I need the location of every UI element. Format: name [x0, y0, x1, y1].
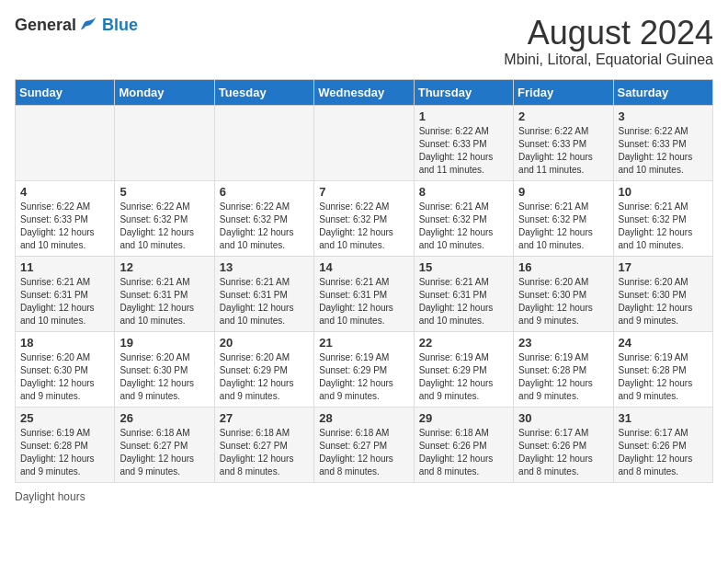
day-detail: Sunrise: 6:17 AM Sunset: 6:26 PM Dayligh… — [518, 427, 608, 478]
week-row-4: 25Sunrise: 6:19 AM Sunset: 6:28 PM Dayli… — [16, 407, 713, 482]
week-row-1: 4Sunrise: 6:22 AM Sunset: 6:33 PM Daylig… — [16, 180, 713, 256]
week-row-2: 11Sunrise: 6:21 AM Sunset: 6:31 PM Dayli… — [16, 256, 713, 331]
footer-text: Daylight hours — [15, 490, 85, 503]
header-day-saturday: Saturday — [613, 79, 712, 105]
calendar-cell: 30Sunrise: 6:17 AM Sunset: 6:26 PM Dayli… — [514, 407, 613, 482]
header-day-sunday: Sunday — [16, 79, 115, 105]
calendar-cell: 12Sunrise: 6:21 AM Sunset: 6:31 PM Dayli… — [115, 256, 214, 331]
day-number: 11 — [20, 260, 109, 274]
week-row-3: 18Sunrise: 6:20 AM Sunset: 6:30 PM Dayli… — [16, 331, 713, 407]
day-detail: Sunrise: 6:19 AM Sunset: 6:28 PM Dayligh… — [619, 351, 708, 403]
header-day-thursday: Thursday — [414, 79, 513, 105]
calendar-cell — [214, 105, 313, 180]
header-day-tuesday: Tuesday — [214, 79, 313, 105]
calendar-cell: 22Sunrise: 6:19 AM Sunset: 6:29 PM Dayli… — [414, 331, 513, 407]
day-number: 8 — [419, 185, 508, 199]
calendar-cell: 23Sunrise: 6:19 AM Sunset: 6:28 PM Dayli… — [514, 331, 613, 407]
day-number: 12 — [119, 260, 209, 274]
day-detail: Sunrise: 6:20 AM Sunset: 6:29 PM Dayligh… — [220, 351, 309, 403]
logo-blue: Blue — [102, 16, 138, 35]
header: General Blue August 2024 Mbini, Litoral,… — [15, 15, 713, 68]
calendar-cell: 29Sunrise: 6:18 AM Sunset: 6:26 PM Dayli… — [414, 407, 513, 482]
day-detail: Sunrise: 6:22 AM Sunset: 6:33 PM Dayligh… — [518, 125, 608, 177]
calendar-cell: 8Sunrise: 6:21 AM Sunset: 6:32 PM Daylig… — [414, 180, 513, 256]
day-number: 9 — [518, 185, 608, 199]
logo: General Blue — [15, 15, 138, 35]
day-number: 17 — [619, 260, 708, 274]
day-number: 26 — [119, 411, 209, 425]
calendar-table: SundayMondayTuesdayWednesdayThursdayFrid… — [15, 79, 713, 483]
day-detail: Sunrise: 6:19 AM Sunset: 6:29 PM Dayligh… — [419, 351, 508, 403]
day-number: 30 — [518, 411, 608, 425]
calendar-cell: 26Sunrise: 6:18 AM Sunset: 6:27 PM Dayli… — [115, 407, 214, 482]
calendar-cell: 11Sunrise: 6:21 AM Sunset: 6:31 PM Dayli… — [16, 256, 115, 331]
week-row-0: 1Sunrise: 6:22 AM Sunset: 6:33 PM Daylig… — [16, 105, 713, 180]
calendar-cell: 10Sunrise: 6:21 AM Sunset: 6:32 PM Dayli… — [613, 180, 712, 256]
day-number: 31 — [619, 411, 708, 425]
day-detail: Sunrise: 6:18 AM Sunset: 6:27 PM Dayligh… — [319, 427, 408, 478]
calendar-cell: 20Sunrise: 6:20 AM Sunset: 6:29 PM Dayli… — [214, 331, 313, 407]
day-number: 27 — [220, 411, 309, 425]
day-number: 29 — [419, 411, 508, 425]
day-detail: Sunrise: 6:22 AM Sunset: 6:32 PM Dayligh… — [220, 201, 309, 252]
day-detail: Sunrise: 6:22 AM Sunset: 6:33 PM Dayligh… — [419, 125, 508, 177]
day-detail: Sunrise: 6:21 AM Sunset: 6:31 PM Dayligh… — [419, 276, 508, 327]
day-detail: Sunrise: 6:21 AM Sunset: 6:32 PM Dayligh… — [619, 201, 708, 252]
day-number: 10 — [619, 185, 708, 199]
day-detail: Sunrise: 6:21 AM Sunset: 6:31 PM Dayligh… — [220, 276, 309, 327]
day-number: 7 — [319, 185, 408, 199]
day-number: 20 — [220, 336, 309, 350]
calendar-cell: 16Sunrise: 6:20 AM Sunset: 6:30 PM Dayli… — [514, 256, 613, 331]
day-number: 19 — [119, 336, 209, 350]
day-detail: Sunrise: 6:22 AM Sunset: 6:32 PM Dayligh… — [319, 201, 408, 252]
calendar-cell: 6Sunrise: 6:22 AM Sunset: 6:32 PM Daylig… — [214, 180, 313, 256]
calendar-cell: 14Sunrise: 6:21 AM Sunset: 6:31 PM Dayli… — [314, 256, 414, 331]
calendar-cell — [314, 105, 414, 180]
calendar-cell: 18Sunrise: 6:20 AM Sunset: 6:30 PM Dayli… — [16, 331, 115, 407]
main-title: August 2024 — [504, 15, 713, 52]
day-number: 23 — [518, 336, 608, 350]
logo-bird-icon — [78, 15, 98, 35]
calendar-cell: 25Sunrise: 6:19 AM Sunset: 6:28 PM Dayli… — [16, 407, 115, 482]
calendar-cell — [16, 105, 115, 180]
day-detail: Sunrise: 6:19 AM Sunset: 6:28 PM Dayligh… — [20, 427, 109, 478]
calendar-cell: 28Sunrise: 6:18 AM Sunset: 6:27 PM Dayli… — [314, 407, 414, 482]
header-day-wednesday: Wednesday — [314, 79, 414, 105]
footer: Daylight hours — [15, 490, 713, 503]
day-number: 3 — [619, 109, 708, 123]
day-detail: Sunrise: 6:22 AM Sunset: 6:32 PM Dayligh… — [119, 201, 209, 252]
day-number: 21 — [319, 336, 408, 350]
calendar-cell: 21Sunrise: 6:19 AM Sunset: 6:29 PM Dayli… — [314, 331, 414, 407]
day-number: 1 — [419, 109, 508, 123]
day-detail: Sunrise: 6:19 AM Sunset: 6:29 PM Dayligh… — [319, 351, 408, 403]
day-detail: Sunrise: 6:21 AM Sunset: 6:31 PM Dayligh… — [319, 276, 408, 327]
day-number: 22 — [419, 336, 508, 350]
calendar-cell: 13Sunrise: 6:21 AM Sunset: 6:31 PM Dayli… — [214, 256, 313, 331]
day-detail: Sunrise: 6:20 AM Sunset: 6:30 PM Dayligh… — [20, 351, 109, 403]
day-detail: Sunrise: 6:21 AM Sunset: 6:32 PM Dayligh… — [518, 201, 608, 252]
calendar-cell: 27Sunrise: 6:18 AM Sunset: 6:27 PM Dayli… — [214, 407, 313, 482]
day-number: 13 — [220, 260, 309, 274]
day-number: 15 — [419, 260, 508, 274]
day-detail: Sunrise: 6:20 AM Sunset: 6:30 PM Dayligh… — [119, 351, 209, 403]
day-detail: Sunrise: 6:18 AM Sunset: 6:27 PM Dayligh… — [220, 427, 309, 478]
day-detail: Sunrise: 6:20 AM Sunset: 6:30 PM Dayligh… — [518, 276, 608, 327]
calendar-cell: 17Sunrise: 6:20 AM Sunset: 6:30 PM Dayli… — [613, 256, 712, 331]
calendar-cell: 19Sunrise: 6:20 AM Sunset: 6:30 PM Dayli… — [115, 331, 214, 407]
header-row: SundayMondayTuesdayWednesdayThursdayFrid… — [16, 79, 713, 105]
calendar-cell — [115, 105, 214, 180]
logo-general: General — [15, 16, 76, 35]
day-number: 25 — [20, 411, 109, 425]
day-detail: Sunrise: 6:21 AM Sunset: 6:31 PM Dayligh… — [20, 276, 109, 327]
calendar-cell: 5Sunrise: 6:22 AM Sunset: 6:32 PM Daylig… — [115, 180, 214, 256]
day-number: 14 — [319, 260, 408, 274]
day-number: 4 — [20, 185, 109, 199]
calendar-cell: 9Sunrise: 6:21 AM Sunset: 6:32 PM Daylig… — [514, 180, 613, 256]
title-area: August 2024 Mbini, Litoral, Equatorial G… — [504, 15, 713, 68]
calendar-cell: 3Sunrise: 6:22 AM Sunset: 6:33 PM Daylig… — [613, 105, 712, 180]
calendar-cell: 7Sunrise: 6:22 AM Sunset: 6:32 PM Daylig… — [314, 180, 414, 256]
day-detail: Sunrise: 6:21 AM Sunset: 6:31 PM Dayligh… — [119, 276, 209, 327]
calendar-cell: 2Sunrise: 6:22 AM Sunset: 6:33 PM Daylig… — [514, 105, 613, 180]
day-number: 2 — [518, 109, 608, 123]
day-number: 5 — [119, 185, 209, 199]
